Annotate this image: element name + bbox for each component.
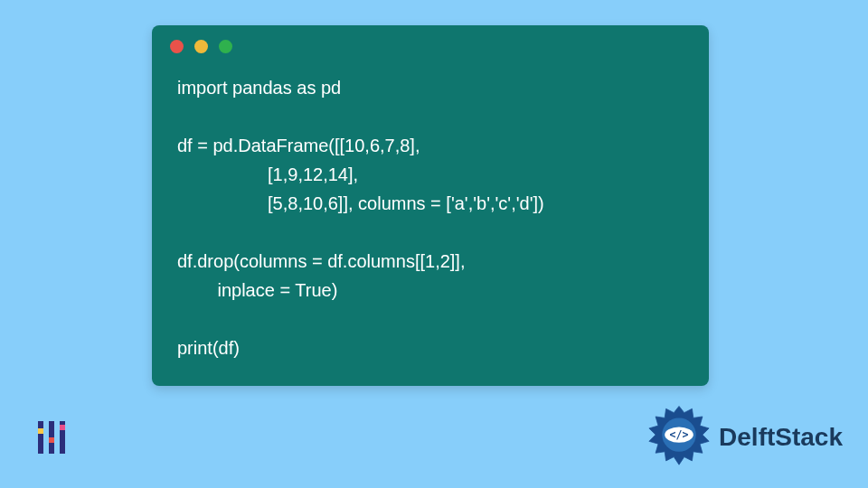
code-content: import pandas as pd df = pd.DataFrame([[… bbox=[152, 61, 709, 386]
code-line: inplace = True) bbox=[177, 280, 337, 300]
close-icon bbox=[170, 40, 184, 53]
svg-rect-4 bbox=[49, 437, 54, 443]
code-line: [5,8,10,6]], columns = ['a','b','c','d']… bbox=[177, 193, 544, 213]
code-window: import pandas as pd df = pd.DataFrame([[… bbox=[152, 25, 709, 386]
svg-rect-3 bbox=[38, 428, 43, 434]
svg-rect-0 bbox=[38, 421, 43, 454]
code-line: print(df) bbox=[177, 338, 240, 358]
gear-icon: </> bbox=[646, 405, 712, 470]
minimize-icon bbox=[194, 40, 208, 53]
brand-name: DelftStack bbox=[719, 423, 843, 452]
code-line: import pandas as pd bbox=[177, 78, 341, 98]
code-line: df = pd.DataFrame([[10,6,7,8], bbox=[177, 136, 420, 155]
svg-text:</>: </> bbox=[670, 428, 689, 441]
code-line: [1,9,12,14], bbox=[177, 164, 358, 184]
window-titlebar bbox=[152, 25, 709, 61]
code-line: df.drop(columns = df.columns[[1,2]], bbox=[177, 251, 466, 271]
maximize-icon bbox=[219, 40, 232, 53]
small-logo-icon bbox=[31, 416, 74, 459]
brand-logo: </> DelftStack bbox=[646, 405, 843, 470]
svg-rect-5 bbox=[60, 425, 65, 430]
